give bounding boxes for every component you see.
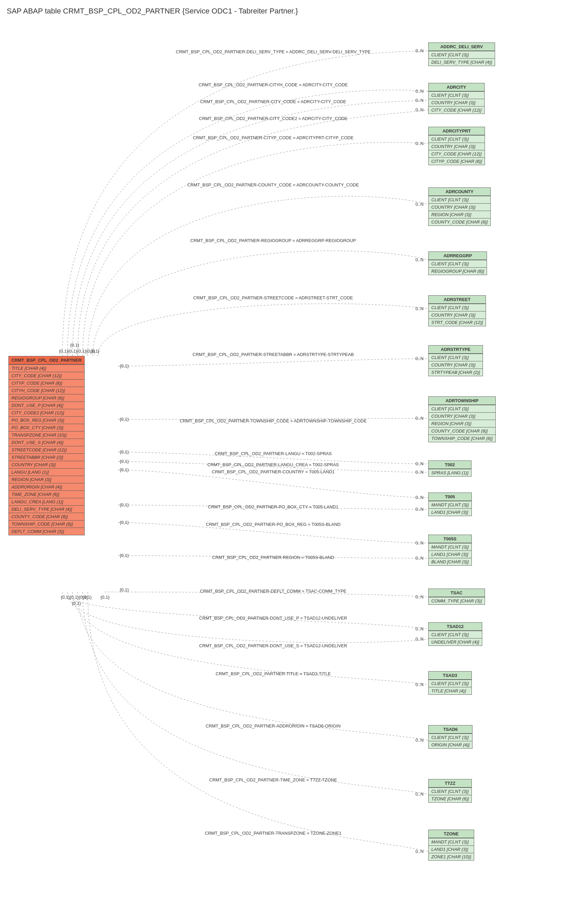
source-cardinality: {0,1} — [120, 587, 129, 592]
target-cardinality: 0..N — [416, 48, 424, 53]
relation-label: CRMT_BSP_CPL_OD2_PARTNER-LANGU_CREA = T0… — [207, 462, 339, 467]
target-field: COUNTRY [CHAR (3)] — [429, 203, 490, 211]
target-table-header: T002 — [429, 461, 471, 469]
relation-label: CRMT_BSP_CPL_OD2_PARTNER-ADDRORIGIN = TS… — [206, 723, 341, 728]
target-cardinality: 0..N — [416, 682, 424, 687]
target-cardinality: 0..N — [416, 469, 424, 475]
main-field: CITY_CODE2 [CHAR (12)] — [9, 409, 84, 417]
target-table: TSAD3CLIENT [CLNT (3)]TITLE [CHAR (4)] — [428, 671, 472, 695]
target-field: CLIENT [CLNT (3)] — [429, 135, 485, 143]
relation-wire — [118, 359, 428, 366]
target-cardinality: 0..N — [416, 637, 424, 642]
target-field: CLIENT [CLNT (3)] — [429, 405, 495, 412]
target-cardinality: 0..N — [416, 495, 424, 500]
target-field: SPRAS [LANG (1)] — [429, 469, 471, 476]
bottom-cardinalities-4: {0,1} — [72, 601, 81, 606]
target-table-header: TSAD3 — [429, 672, 472, 680]
target-table: ADRCITYPRTCLIENT [CLNT (3)]COUNTRY [CHAR… — [428, 127, 485, 165]
relation-wire — [67, 90, 428, 356]
relation-label: CRMT_BSP_CPL_OD2_PARTNER-CITYH_CODE = AD… — [198, 82, 348, 87]
main-field: LANGU_CREA [LANG (1)] — [9, 498, 84, 505]
target-field: MANDT [CLNT (3)] — [429, 543, 472, 551]
source-cardinality: {0,1} — [120, 417, 129, 422]
relation-wire — [62, 592, 428, 629]
target-cardinality: 0..N — [416, 555, 424, 560]
target-table: TSAD12CLIENT [CLNT (3)]UNDELIVER [CHAR (… — [428, 622, 482, 646]
relation-label: CRMT_BSP_CPL_OD2_PARTNER-TOWNSHIP_CODE =… — [180, 418, 366, 423]
target-table-header: ADRTOWNSHIP — [429, 397, 495, 405]
target-field: CLIENT [CLNT (3)] — [429, 631, 482, 638]
target-cardinality: 0..N — [416, 416, 424, 421]
target-field: DELI_SERV_TYPE [CHAR (4)] — [429, 58, 495, 66]
target-field: COUNTY_CODE [CHAR (8)] — [429, 427, 495, 434]
source-cardinality: {0,1} — [120, 520, 129, 525]
target-table: T002SPRAS [LANG (1)] — [428, 461, 472, 477]
target-table: ADDRC_DELI_SERVCLIENT [CLNT (3)]DELI_SER… — [428, 43, 495, 66]
main-field: TIME_ZONE [CHAR (6)] — [9, 490, 84, 498]
relation-label: CRMT_BSP_CPL_OD2_PARTNER-CITY_CODE2 = AD… — [199, 116, 347, 121]
relation-label: CRMT_BSP_CPL_OD2_PARTNER-PO_BOX_REG = T0… — [206, 522, 341, 527]
target-table: ADRREGGRPCLIENT [CLNT (3)]REGIOGROUP [CH… — [428, 252, 487, 275]
target-cardinality: 0..N — [416, 737, 424, 743]
relation-label: CRMT_BSP_CPL_OD2_PARTNER-TIME_ZONE = TTZ… — [210, 777, 337, 782]
relation-label: CRMT_BSP_CPL_OD2_PARTNER-STREETCODE = AD… — [193, 295, 353, 300]
target-table-header: ADRCITYPRT — [429, 127, 485, 135]
source-cardinality: {0,1} — [120, 364, 129, 369]
relation-label: CRMT_BSP_CPL_OD2_PARTNER-COUNTRY = T005-… — [212, 469, 334, 474]
relation-label: CRMT_BSP_CPL_OD2_PARTNER-DEFLT_COMM = TS… — [200, 589, 346, 594]
target-table: T005MANDT [CLNT (3)]LAND1 [CHAR (3)] — [428, 493, 472, 516]
main-table-header: CRMT_BSP_CPL_OD2_PARTNER — [9, 356, 84, 364]
relation-label: CRMT_BSP_CPL_OD2_PARTNER-STREETABBR = AD… — [192, 352, 354, 357]
target-field: UNDELIVER [CHAR (4)] — [429, 638, 482, 646]
target-field: COUNTRY [CHAR (3)] — [429, 412, 495, 420]
relation-wire — [78, 592, 428, 740]
target-field: REGION [CHAR (3)] — [429, 420, 495, 427]
target-table-header: TTZZ — [429, 779, 472, 787]
main-field: STREETABBR [CHAR (2)] — [9, 453, 84, 461]
relation-wire — [93, 251, 428, 356]
target-field: COUNTRY [CHAR (3)] — [429, 361, 483, 369]
target-table: T005SMANDT [CLNT (3)]LAND1 [CHAR (3)]BLA… — [428, 535, 472, 566]
source-cardinality: {0,1} — [120, 553, 129, 558]
target-cardinality: 0..N — [416, 201, 424, 207]
main-field: DEFLT_COMM [CHAR (3)] — [9, 528, 84, 535]
target-table-header: ADRSTRTYPE — [429, 346, 483, 354]
target-table-header: TZONE — [429, 830, 474, 838]
target-table-header: TSAC — [429, 589, 485, 597]
target-field: CITY_CODE [CHAR (12)] — [429, 150, 485, 158]
bottom-cardinalities-3: {0,1} — [101, 595, 110, 600]
relation-label: CRMT_BSP_CPL_OD2_PARTNER-COUNTY_CODE = A… — [187, 182, 359, 187]
target-field: CLIENT [CLNT (3)] — [429, 91, 484, 99]
target-field: COUNTRY [CHAR (3)] — [429, 99, 484, 106]
target-table: ADRTOWNSHIPCLIENT [CLNT (3)]COUNTRY [CHA… — [428, 396, 496, 442]
main-field: COUNTY_CODE [CHAR (8)] — [9, 513, 84, 520]
relation-wire — [83, 142, 428, 356]
target-field: ORIGIN [CHAR (4)] — [429, 741, 472, 748]
target-cardinality: 0..N — [416, 849, 424, 854]
relation-wire — [62, 51, 428, 356]
relation-wire — [72, 592, 428, 685]
target-cardinality: 0..N — [416, 626, 424, 631]
target-cardinality: 0..N — [416, 98, 424, 103]
target-table-header: TSAD12 — [429, 622, 482, 631]
target-field: CLIENT [CLNT (3)] — [429, 196, 490, 203]
relation-label: CRMT_BSP_CPL_OD2_PARTNER-CITY_CODE = ADR… — [200, 99, 346, 104]
target-field: CLIENT [CLNT (3)] — [429, 734, 472, 741]
target-field: COUNTY_CODE [CHAR (8)] — [429, 218, 490, 225]
target-cardinality: 0..N — [416, 356, 424, 361]
relation-wire — [83, 592, 428, 794]
target-field: LAND1 [CHAR (3)] — [429, 846, 474, 853]
target-cardinality: 0..N — [416, 461, 424, 466]
main-field: REGION [CHAR (3)] — [9, 476, 84, 483]
target-table: TSACCOMM_TYPE [CHAR (3)] — [428, 589, 485, 605]
target-field: TOWNSHIP_CODE [CHAR (8)] — [429, 434, 495, 442]
relation-label: CRMT_BSP_CPL_OD2_PARTNER-PO_BOX_CTY = T0… — [208, 504, 339, 509]
target-table: ADRSTREETCLIENT [CLNT (3)]COUNTRY [CHAR … — [428, 295, 486, 326]
target-field: COUNTRY [CHAR (3)] — [429, 311, 486, 319]
top-cardinalities: {0,1}{0,1}{0,1}{0,1} — [59, 349, 95, 354]
target-table: ADRCITYCLIENT [CLNT (3)]COUNTRY [CHAR (3… — [428, 83, 485, 114]
target-table: ADRSTRTYPECLIENT [CLNT (3)]COUNTRY [CHAR… — [428, 345, 483, 376]
relation-label: CRMT_BSP_CPL_OD2_PARTNER-DONT_USE_S = TS… — [199, 643, 347, 648]
main-field: DELI_SERV_TYPE [CHAR (4)] — [9, 505, 84, 513]
target-table: TTZZCLIENT [CLNT (3)]TZONE [CHAR (6)] — [428, 779, 472, 803]
